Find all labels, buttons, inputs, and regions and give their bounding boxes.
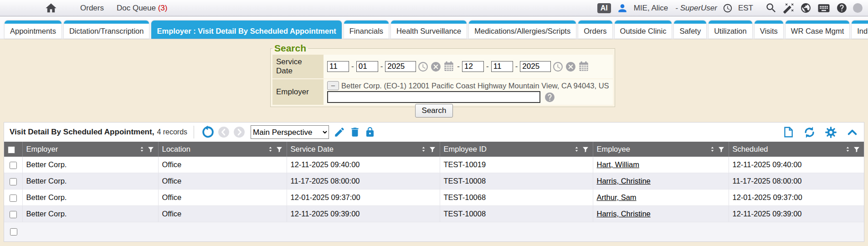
filter-icon[interactable] [853,146,860,153]
service-date-to-year[interactable] [520,61,551,72]
employer-help-icon[interactable] [544,92,555,103]
prev-page-icon[interactable] [218,126,230,138]
timezone-label: EST [738,4,753,13]
wand-icon[interactable] [783,2,795,14]
tab-medications-allergies-scripts[interactable]: Medications/Allergies/Scripts [469,20,576,39]
service-date-from-day[interactable] [356,61,378,72]
to-time-icon[interactable] [552,61,564,72]
sort-icon[interactable] [573,146,580,153]
tab-visits[interactable]: Visits [755,20,783,39]
delete-perspective-icon[interactable] [349,126,361,138]
table-row[interactable]: Better Corp. Office 12-11-2025 09:40:00 … [4,157,864,173]
from-clear-icon[interactable] [430,61,442,72]
sort-icon[interactable] [420,146,427,153]
home-icon[interactable] [45,2,57,15]
sort-icon[interactable] [267,146,274,153]
user-name[interactable]: MIE, Alice [634,4,668,13]
filter-icon[interactable] [276,146,283,153]
employee-link[interactable]: Arthur, Sam [597,193,637,201]
table-row[interactable]: Better Corp. Office 11-17-2025 08:00:00 … [4,173,864,190]
employee-link[interactable]: Hart, William [597,160,640,169]
globe-icon[interactable] [800,2,812,14]
sort-icon[interactable] [844,146,851,153]
service-date-row: Service Date - - - - [272,55,613,78]
table-row[interactable]: Better Corp. Office 12-01-2025 09:37:00 … [4,190,864,206]
settings-gear-icon[interactable] [825,126,837,138]
sort-icon[interactable] [139,146,145,153]
filter-icon[interactable] [147,146,154,153]
search-icon[interactable] [765,2,777,14]
column-header-employee[interactable]: Employee [593,142,729,157]
clock-icon[interactable] [723,3,733,13]
to-clear-icon[interactable] [565,61,576,72]
tab-orders[interactable]: Orders [578,20,612,39]
filter-icon[interactable] [429,146,436,153]
footer-select-all-checkbox[interactable] [10,228,17,236]
service-date-from-month[interactable] [327,61,349,72]
help-icon[interactable] [836,2,847,14]
nav-doc-queue[interactable]: Doc Queue (3) [117,4,168,13]
employee-link[interactable]: Harris, Christine [597,177,651,185]
edit-perspective-icon[interactable] [334,126,345,138]
column-header-employer[interactable]: Employer [22,142,158,157]
tab-financials[interactable]: Financials [344,20,389,39]
new-document-icon[interactable] [782,126,794,138]
column-header-service-date[interactable]: Service Date [287,142,440,157]
tab-employer-visit-detail[interactable]: Employer : Visit Detail By Scheduled App… [151,20,341,39]
undo-icon[interactable] [200,125,214,139]
visit-detail-table: Employer Location Service Date Employee … [4,142,864,222]
service-date-to-day[interactable] [491,61,513,72]
sort-icon[interactable] [709,146,716,153]
tab-safety[interactable]: Safety [674,20,706,39]
row-checkbox[interactable] [10,162,17,169]
employer-row: Employer – Better Corp. (EO-1) 12001 Pac… [272,79,613,105]
service-date-to-month[interactable] [462,61,484,72]
to-calendar-icon[interactable] [578,61,590,72]
perspective-select[interactable]: Main Perspective [251,125,329,139]
keyboard-icon[interactable] [817,1,831,15]
grid-toolbar: Visit Detail By Scheduled Appointment, 4… [4,123,864,142]
refresh-icon[interactable] [803,126,816,138]
table-row[interactable]: Better Corp. Office 12-11-2025 09:39:00 … [4,206,864,222]
tab-health-surveillance[interactable]: Health Surveillance [391,20,467,39]
search-panel-legend: Search [272,43,308,54]
status-indicator-circle[interactable] [853,3,863,13]
filter-icon[interactable] [582,146,589,153]
grid-footer [4,222,864,241]
lock-perspective-icon[interactable] [365,127,375,138]
grid-title: Visit Detail By Scheduled Appointment, [10,128,154,137]
row-checkbox[interactable] [10,178,17,185]
top-bar: Orders Doc Queue (3) AI MIE, Alice - Sup… [0,0,868,16]
employer-collapse-button[interactable]: – [327,81,339,90]
select-all-checkbox[interactable] [8,146,15,154]
tab-appointments[interactable]: Appointments [5,20,62,39]
ai-badge[interactable]: AI [597,3,611,13]
service-date-from-year[interactable] [385,61,416,72]
employer-search-input[interactable] [327,91,540,103]
collapse-grid-icon[interactable] [846,126,858,138]
page-content: Search Service Date - - - [0,39,868,246]
row-checkbox[interactable] [10,211,17,218]
tab-dictation-transcription[interactable]: Dictation/Transcription [64,20,149,39]
column-header-location[interactable]: Location [158,142,287,157]
filter-icon[interactable] [718,146,725,153]
employer-selected-text: Better Corp. (EO-1) 12001 Pacific Coast … [341,82,609,90]
menu-icon[interactable] [8,4,23,13]
row-checkbox[interactable] [10,195,17,202]
service-date-label: Service Date [272,55,324,78]
table-header-row: Employer Location Service Date Employee … [4,142,864,157]
column-header-scheduled[interactable]: Scheduled [729,142,864,157]
search-button[interactable]: Search [415,104,453,118]
tab-industrial-hygiene[interactable]: Industrial Hygiene [852,20,868,39]
tab-wr-case-mgmt[interactable]: WR Case Mgmt [786,20,849,39]
employee-link[interactable]: Harris, Christine [597,210,651,218]
from-calendar-icon[interactable] [443,61,455,72]
tab-utilization[interactable]: Utilization [709,20,752,39]
next-page-icon[interactable] [233,126,245,138]
grid-record-count: 4 records [157,128,187,136]
doc-queue-count: (3) [158,4,168,12]
column-header-employee-id[interactable]: Employee ID [440,142,593,157]
from-time-icon[interactable] [417,61,429,72]
nav-orders[interactable]: Orders [80,4,104,13]
tab-outside-clinic[interactable]: Outside Clinic [615,20,672,39]
